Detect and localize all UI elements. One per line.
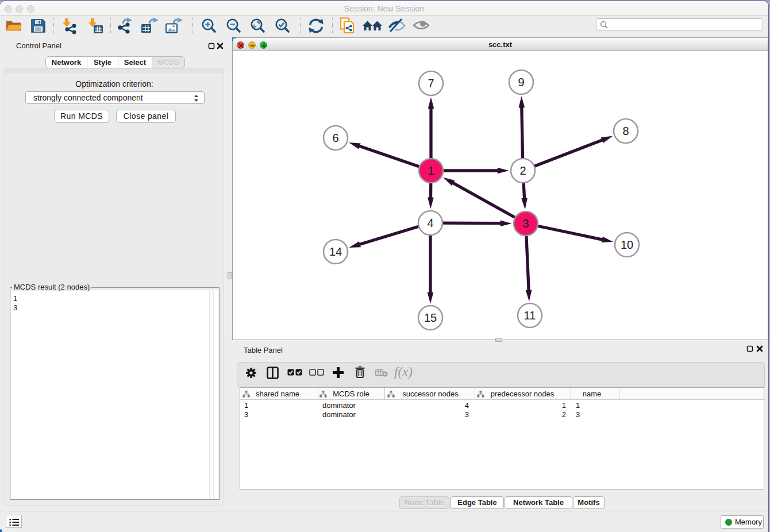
svg-text:1: 1 xyxy=(428,164,434,177)
svg-text:10: 10 xyxy=(621,238,633,251)
svg-text:4: 4 xyxy=(427,217,433,229)
svg-text:9: 9 xyxy=(518,76,524,88)
svg-text:7: 7 xyxy=(428,77,434,90)
svg-text:14: 14 xyxy=(329,245,342,258)
svg-text:3: 3 xyxy=(522,217,529,230)
svg-text:11: 11 xyxy=(524,309,536,322)
svg-text:6: 6 xyxy=(332,132,338,144)
svg-text:2: 2 xyxy=(519,164,526,177)
svg-text:8: 8 xyxy=(622,125,629,137)
svg-text:15: 15 xyxy=(424,311,437,324)
